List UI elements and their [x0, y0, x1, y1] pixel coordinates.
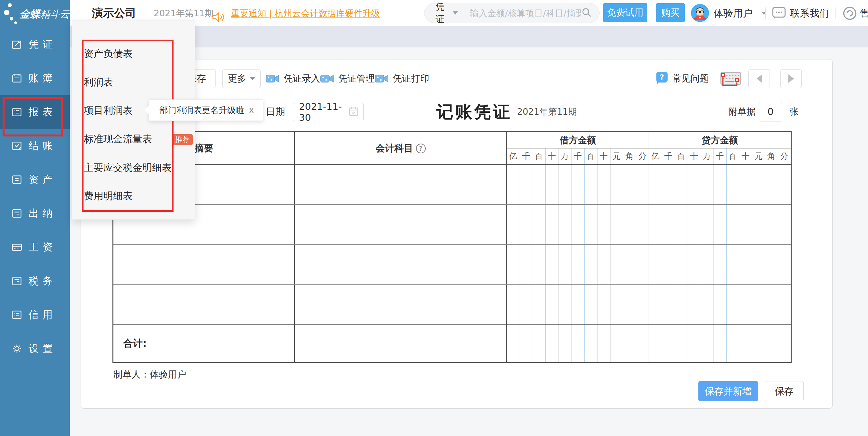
grid-line [114, 204, 790, 205]
divider [464, 8, 464, 18]
sidebar-item-label: 设置 [29, 342, 57, 355]
preparer-line: 制单人：体验用户 [114, 368, 186, 382]
search-box: 凭证 [424, 3, 599, 23]
free-trial-button[interactable]: 免费试用 [603, 3, 647, 22]
sidebar-item-label: 结账 [29, 139, 57, 153]
sidebar-item-9[interactable]: 信用 [0, 298, 70, 332]
chevron-down-icon[interactable] [453, 11, 458, 14]
grid-line [520, 148, 520, 362]
video-link-print[interactable]: 凭证打印 [375, 69, 429, 88]
debit-digit-8: 十 [597, 148, 610, 164]
after-sales-icon [843, 6, 857, 22]
attachments-input[interactable]: 0 [759, 102, 782, 122]
debit-digit-10: 角 [623, 148, 636, 164]
attachments-label: 附单据 [728, 102, 755, 122]
grid-line [294, 132, 295, 362]
sidebar-item-label: 凭证 [29, 38, 57, 51]
credit-digit-10: 角 [765, 148, 778, 164]
avatar[interactable] [691, 4, 709, 22]
after-sales[interactable]: 售后 [860, 0, 868, 26]
ledger-icon [11, 72, 23, 84]
speaker-icon [212, 8, 224, 19]
voucher-period: 2021年第11期 [517, 102, 577, 122]
annotation-box-sidebar [3, 97, 63, 136]
save-and-new-button[interactable]: 保存并新增 [699, 381, 758, 401]
keyboard-icon[interactable] [719, 70, 743, 87]
total-label: 合计: [123, 324, 147, 362]
date-value: 2021-11-30 [299, 101, 348, 123]
grid-line [778, 148, 778, 362]
search-input[interactable] [470, 8, 581, 18]
more-button[interactable]: 更多 [222, 69, 260, 88]
debit-digit-1: 亿 [507, 148, 520, 164]
credit-column-header: 贷方金额 [649, 132, 790, 148]
sidebar-item-10[interactable]: 设置 [0, 332, 70, 366]
date-input[interactable]: 2021-11-30 [293, 103, 364, 121]
credit-digit-2: 千 [662, 148, 675, 164]
buy-button[interactable]: 购买 [656, 3, 685, 22]
question-icon: ? [655, 71, 669, 86]
rename-tooltip: 部门利润表更名升级啦 x [149, 99, 263, 121]
sidebar-item-label: 信用 [29, 308, 57, 322]
sidebar: 金蝶精斗云 凭证账簿报表结账资产出纳工资税务信用设置 [0, 0, 70, 436]
debit-digit-4: 十 [545, 148, 558, 164]
video-link-entry[interactable]: 凭证录入 [266, 69, 320, 88]
debit-digit-7: 百 [584, 148, 597, 164]
tooltip-close-button[interactable]: x [249, 100, 254, 121]
grid-line [752, 148, 752, 362]
debit-digit-5: 万 [558, 148, 571, 164]
sidebar-item-6[interactable]: 出纳 [0, 196, 70, 230]
grid-line [713, 148, 714, 362]
grid-line [701, 148, 701, 362]
save-button[interactable]: 保存 [765, 381, 804, 401]
app-logo[interactable]: 金蝶精斗云 [0, 0, 70, 26]
grid-line [649, 148, 790, 149]
video-link-manage[interactable]: 凭证管理 [320, 69, 375, 88]
next-voucher-button[interactable] [780, 69, 802, 88]
chevron-down-icon [250, 77, 255, 80]
contact-us[interactable]: 联系我们 [790, 0, 829, 26]
credit-digit-3: 百 [675, 148, 688, 164]
grid-line [636, 148, 636, 362]
sidebar-item-label: 工资 [29, 241, 57, 254]
search-scope-select[interactable]: 凭证 [435, 1, 449, 25]
svg-text:?: ? [660, 73, 664, 81]
debit-digit-9: 元 [610, 148, 623, 164]
account-column-header: 会计科目? [294, 132, 507, 164]
camera-icon [320, 73, 334, 84]
sidebar-item-1[interactable]: 凭证 [0, 28, 70, 61]
sidebar-item-2[interactable]: 账簿 [0, 61, 70, 95]
closing-icon [11, 140, 23, 152]
chat-icon [772, 7, 786, 21]
search-icon[interactable] [581, 7, 592, 19]
sidebar-item-7[interactable]: 工资 [0, 230, 70, 264]
logo-text: 金蝶精斗云 [20, 7, 69, 22]
attachments-unit: 张 [789, 102, 799, 122]
sidebar-item-5[interactable]: 资产 [0, 163, 70, 196]
notice-link[interactable]: 重要通知 | 杭州云会计数据库硬件升级 [231, 0, 380, 26]
voucher-table[interactable]: 摘要 会计科目? 借方金额 贷方金额 亿千百十万千百十元角分亿千百十万千百十元角… [113, 131, 792, 363]
credit-digit-11: 分 [778, 148, 790, 164]
grid-line [765, 148, 765, 362]
sidebar-item-8[interactable]: 税务 [0, 264, 70, 298]
grid-line [610, 148, 611, 362]
prev-voucher-button[interactable] [748, 69, 770, 88]
credit-icon [11, 309, 23, 321]
sidebar-item-label: 出纳 [29, 207, 57, 220]
camera-icon [375, 73, 389, 84]
sidebar-item-label: 资产 [29, 173, 57, 186]
grid-line [558, 148, 559, 362]
help-icon[interactable]: ? [416, 144, 426, 153]
cashier-icon [11, 208, 23, 219]
calendar-icon[interactable] [348, 106, 359, 118]
divider [765, 7, 766, 19]
debit-digit-2: 千 [520, 148, 533, 164]
divider [836, 7, 836, 19]
grid-line [662, 148, 662, 362]
grid-line [533, 148, 533, 362]
grid-line [114, 164, 790, 165]
debit-digit-11: 分 [636, 148, 649, 164]
faq-link[interactable]: ?常见问题 [655, 69, 709, 88]
user-menu[interactable]: 体验用户 [714, 0, 753, 26]
user-chevron-down-icon[interactable] [762, 12, 767, 15]
